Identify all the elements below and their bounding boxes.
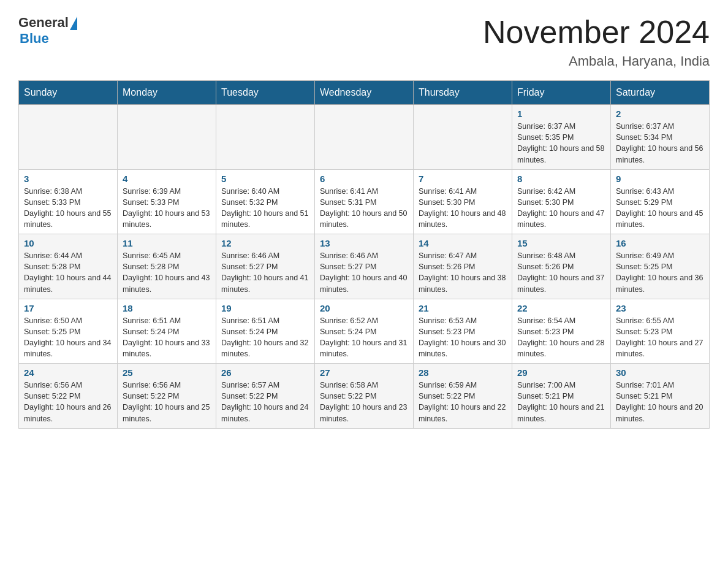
calendar-week-row: 17Sunrise: 6:50 AM Sunset: 5:25 PM Dayli…: [19, 299, 710, 364]
day-info: Sunrise: 6:41 AM Sunset: 5:31 PM Dayligh…: [320, 186, 408, 231]
day-info: Sunrise: 6:51 AM Sunset: 5:24 PM Dayligh…: [123, 315, 211, 360]
day-info: Sunrise: 6:51 AM Sunset: 5:24 PM Dayligh…: [221, 315, 309, 360]
day-info: Sunrise: 6:43 AM Sunset: 5:29 PM Dayligh…: [616, 186, 704, 231]
calendar-cell: 1Sunrise: 6:37 AM Sunset: 5:35 PM Daylig…: [512, 105, 611, 170]
day-info: Sunrise: 6:50 AM Sunset: 5:25 PM Dayligh…: [24, 315, 112, 360]
day-info: Sunrise: 6:57 AM Sunset: 5:22 PM Dayligh…: [221, 380, 309, 424]
day-number: 17: [24, 303, 112, 313]
title-block: November 2024 Ambala, Haryana, India: [483, 15, 710, 69]
day-of-week-header: Friday: [512, 81, 611, 105]
logo-general-text: General: [18, 15, 69, 31]
day-number: 16: [616, 238, 704, 248]
day-info: Sunrise: 6:56 AM Sunset: 5:22 PM Dayligh…: [123, 380, 211, 424]
calendar-cell: [216, 105, 315, 170]
day-info: Sunrise: 6:58 AM Sunset: 5:22 PM Dayligh…: [320, 380, 408, 424]
calendar-header-row: SundayMondayTuesdayWednesdayThursdayFrid…: [19, 81, 710, 105]
day-number: 12: [221, 238, 309, 248]
calendar-cell: 11Sunrise: 6:45 AM Sunset: 5:28 PM Dayli…: [118, 234, 216, 299]
day-of-week-header: Thursday: [414, 81, 512, 105]
day-number: 23: [616, 303, 704, 313]
day-info: Sunrise: 6:42 AM Sunset: 5:30 PM Dayligh…: [517, 186, 605, 231]
day-info: Sunrise: 6:47 AM Sunset: 5:26 PM Dayligh…: [419, 250, 507, 295]
calendar-cell: 6Sunrise: 6:41 AM Sunset: 5:31 PM Daylig…: [315, 169, 414, 234]
day-number: 11: [123, 238, 211, 248]
calendar-cell: 12Sunrise: 6:46 AM Sunset: 5:27 PM Dayli…: [216, 234, 315, 299]
calendar-week-row: 3Sunrise: 6:38 AM Sunset: 5:33 PM Daylig…: [19, 169, 710, 234]
day-number: 19: [221, 303, 309, 313]
calendar-week-row: 24Sunrise: 6:56 AM Sunset: 5:22 PM Dayli…: [19, 364, 710, 429]
day-number: 27: [320, 367, 408, 378]
day-number: 21: [419, 303, 507, 313]
day-info: Sunrise: 6:49 AM Sunset: 5:25 PM Dayligh…: [616, 250, 704, 295]
calendar-cell: 21Sunrise: 6:53 AM Sunset: 5:23 PM Dayli…: [414, 299, 512, 364]
calendar-cell: 20Sunrise: 6:52 AM Sunset: 5:24 PM Dayli…: [315, 299, 414, 364]
day-info: Sunrise: 6:38 AM Sunset: 5:33 PM Dayligh…: [24, 186, 112, 231]
day-info: Sunrise: 6:41 AM Sunset: 5:30 PM Dayligh…: [419, 186, 507, 231]
day-of-week-header: Monday: [118, 81, 216, 105]
day-of-week-header: Tuesday: [216, 81, 315, 105]
logo-triangle-icon: [70, 17, 77, 30]
calendar-cell: 8Sunrise: 6:42 AM Sunset: 5:30 PM Daylig…: [512, 169, 611, 234]
day-info: Sunrise: 6:53 AM Sunset: 5:23 PM Dayligh…: [419, 315, 507, 360]
calendar-cell: 2Sunrise: 6:37 AM Sunset: 5:34 PM Daylig…: [611, 105, 710, 170]
day-info: Sunrise: 6:59 AM Sunset: 5:22 PM Dayligh…: [419, 380, 507, 424]
day-of-week-header: Wednesday: [315, 81, 414, 105]
location-title: Ambala, Haryana, India: [483, 53, 710, 69]
day-info: Sunrise: 6:40 AM Sunset: 5:32 PM Dayligh…: [221, 186, 309, 231]
day-info: Sunrise: 6:46 AM Sunset: 5:27 PM Dayligh…: [221, 250, 309, 295]
calendar-cell: 30Sunrise: 7:01 AM Sunset: 5:21 PM Dayli…: [611, 364, 710, 429]
calendar-cell: 14Sunrise: 6:47 AM Sunset: 5:26 PM Dayli…: [414, 234, 512, 299]
day-number: 20: [320, 303, 408, 313]
day-number: 28: [419, 367, 507, 378]
calendar-cell: 16Sunrise: 6:49 AM Sunset: 5:25 PM Dayli…: [611, 234, 710, 299]
day-number: 8: [517, 174, 605, 184]
day-info: Sunrise: 6:37 AM Sunset: 5:34 PM Dayligh…: [616, 121, 704, 166]
day-info: Sunrise: 6:37 AM Sunset: 5:35 PM Dayligh…: [517, 121, 605, 166]
day-number: 1: [517, 109, 605, 119]
day-info: Sunrise: 7:00 AM Sunset: 5:21 PM Dayligh…: [517, 380, 605, 424]
calendar-cell: 26Sunrise: 6:57 AM Sunset: 5:22 PM Dayli…: [216, 364, 315, 429]
calendar-cell: 27Sunrise: 6:58 AM Sunset: 5:22 PM Dayli…: [315, 364, 414, 429]
calendar-cell: 4Sunrise: 6:39 AM Sunset: 5:33 PM Daylig…: [118, 169, 216, 234]
calendar-cell: 24Sunrise: 6:56 AM Sunset: 5:22 PM Dayli…: [19, 364, 118, 429]
calendar-cell: 9Sunrise: 6:43 AM Sunset: 5:29 PM Daylig…: [611, 169, 710, 234]
day-number: 5: [221, 174, 309, 184]
calendar-table: SundayMondayTuesdayWednesdayThursdayFrid…: [18, 80, 710, 429]
day-number: 13: [320, 238, 408, 248]
day-number: 24: [24, 367, 112, 378]
calendar-week-row: 1Sunrise: 6:37 AM Sunset: 5:35 PM Daylig…: [19, 105, 710, 170]
calendar-cell: 18Sunrise: 6:51 AM Sunset: 5:24 PM Dayli…: [118, 299, 216, 364]
calendar-cell: 19Sunrise: 6:51 AM Sunset: 5:24 PM Dayli…: [216, 299, 315, 364]
day-info: Sunrise: 6:54 AM Sunset: 5:23 PM Dayligh…: [517, 315, 605, 360]
day-number: 26: [221, 367, 309, 378]
calendar-cell: 15Sunrise: 6:48 AM Sunset: 5:26 PM Dayli…: [512, 234, 611, 299]
calendar-cell: 7Sunrise: 6:41 AM Sunset: 5:30 PM Daylig…: [414, 169, 512, 234]
day-number: 15: [517, 238, 605, 248]
logo-blue-text: Blue: [20, 31, 49, 47]
day-info: Sunrise: 6:55 AM Sunset: 5:23 PM Dayligh…: [616, 315, 704, 360]
calendar-cell: 28Sunrise: 6:59 AM Sunset: 5:22 PM Dayli…: [414, 364, 512, 429]
calendar-cell: 29Sunrise: 7:00 AM Sunset: 5:21 PM Dayli…: [512, 364, 611, 429]
month-title: November 2024: [483, 15, 710, 50]
day-info: Sunrise: 6:48 AM Sunset: 5:26 PM Dayligh…: [517, 250, 605, 295]
day-number: 4: [123, 174, 211, 184]
calendar-cell: 13Sunrise: 6:46 AM Sunset: 5:27 PM Dayli…: [315, 234, 414, 299]
logo: General Blue: [18, 15, 77, 47]
day-info: Sunrise: 6:52 AM Sunset: 5:24 PM Dayligh…: [320, 315, 408, 360]
day-info: Sunrise: 6:45 AM Sunset: 5:28 PM Dayligh…: [123, 250, 211, 295]
calendar-cell: 23Sunrise: 6:55 AM Sunset: 5:23 PM Dayli…: [611, 299, 710, 364]
day-number: 2: [616, 109, 704, 119]
day-info: Sunrise: 6:44 AM Sunset: 5:28 PM Dayligh…: [24, 250, 112, 295]
day-number: 9: [616, 174, 704, 184]
calendar-cell: 17Sunrise: 6:50 AM Sunset: 5:25 PM Dayli…: [19, 299, 118, 364]
day-info: Sunrise: 7:01 AM Sunset: 5:21 PM Dayligh…: [616, 380, 704, 424]
day-number: 7: [419, 174, 507, 184]
calendar-cell: [19, 105, 118, 170]
calendar-cell: 10Sunrise: 6:44 AM Sunset: 5:28 PM Dayli…: [19, 234, 118, 299]
day-number: 3: [24, 174, 112, 184]
calendar-cell: 5Sunrise: 6:40 AM Sunset: 5:32 PM Daylig…: [216, 169, 315, 234]
page-header: General Blue November 2024 Ambala, Harya…: [18, 15, 710, 69]
day-number: 30: [616, 367, 704, 378]
day-number: 10: [24, 238, 112, 248]
day-number: 6: [320, 174, 408, 184]
